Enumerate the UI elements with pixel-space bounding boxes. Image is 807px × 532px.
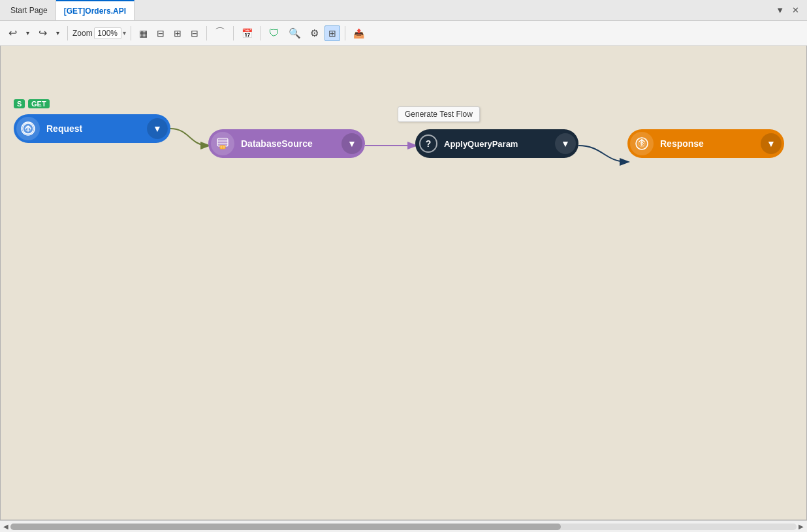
apply-icon: ?: [419, 134, 437, 153]
tab-start-page[interactable]: Start Page: [3, 0, 56, 20]
node-response[interactable]: Response ▼: [627, 129, 784, 158]
separator-1: [67, 26, 68, 40]
redo-button[interactable]: ↪: [35, 25, 50, 41]
generate-icon: ⊞: [328, 28, 336, 39]
tab-controls: ▼ ✕: [773, 4, 804, 16]
calendar-btn[interactable]: 📅: [238, 26, 256, 40]
node-database-source[interactable]: DatabaseSource ▼: [208, 129, 365, 158]
layout-btn-2[interactable]: ⊟: [153, 26, 168, 40]
request-label: Request: [40, 123, 147, 134]
node-request[interactable]: Request ▼: [14, 114, 170, 143]
canvas: S GET Generate Test Flow Request ▼: [0, 46, 807, 520]
settings-btn[interactable]: ⚙: [307, 25, 322, 41]
search-btn[interactable]: 🔍: [285, 25, 304, 41]
curve-icon: ⌒: [215, 26, 225, 40]
undo-button[interactable]: ↩: [5, 25, 20, 41]
separator-2: [131, 26, 131, 40]
redo-dropdown-icon: ▾: [56, 29, 59, 37]
response-chevron[interactable]: ▼: [761, 133, 782, 154]
separator-5: [261, 26, 261, 40]
scroll-left-button[interactable]: ◀: [1, 523, 10, 530]
generate-test-flow-button[interactable]: ⊞: [324, 25, 340, 41]
layout-icon-2: ⊟: [157, 28, 165, 39]
zoom-group: Zoom 100% ▾: [72, 27, 126, 39]
layout-btn-4[interactable]: ⊟: [187, 26, 202, 40]
apply-query-param-label: ApplyQueryParam: [437, 139, 555, 149]
zoom-value: 100%: [94, 27, 121, 39]
badge-s: S: [14, 99, 25, 108]
separator-3: [206, 26, 207, 40]
calendar-icon: 📅: [242, 28, 253, 39]
request-icon: [16, 117, 40, 140]
scrollbar-track[interactable]: [10, 524, 797, 530]
zoom-dropdown-icon[interactable]: ▾: [123, 29, 126, 37]
response-icon: [630, 132, 654, 155]
export-icon: 📤: [353, 28, 364, 39]
minimize-button[interactable]: ▼: [773, 4, 787, 16]
database-icon: [211, 132, 234, 155]
redo-icon: ↪: [39, 27, 47, 39]
redo-dropdown-button[interactable]: ▾: [53, 27, 63, 39]
separator-6: [345, 26, 345, 40]
tab-bar: Start Page [GET]Orders.API ▼ ✕: [0, 0, 807, 21]
close-button[interactable]: ✕: [789, 4, 802, 16]
layout-icon-4: ⊟: [191, 28, 198, 39]
shield-icon: 🛡: [269, 27, 279, 39]
node-apply-query-param[interactable]: ? ApplyQueryParam ▼: [415, 129, 578, 158]
generate-test-flow-tooltip: Generate Test Flow: [398, 106, 480, 122]
settings-icon: ⚙: [310, 27, 319, 39]
scrollbar-thumb: [10, 524, 561, 530]
scrollbar-bottom: ◀ ▶: [0, 520, 807, 532]
apply-query-param-chevron[interactable]: ▼: [555, 133, 576, 154]
database-source-label: DatabaseSource: [234, 138, 341, 149]
svg-rect-2: [217, 138, 228, 146]
undo-dropdown-button[interactable]: ▾: [23, 27, 33, 39]
undo-icon: ↩: [8, 27, 17, 39]
response-label: Response: [654, 138, 761, 149]
undo-dropdown-icon: ▾: [26, 29, 29, 37]
separator-4: [233, 26, 234, 40]
tab-orders-api[interactable]: [GET]Orders.API: [56, 0, 134, 20]
shield-btn[interactable]: 🛡: [266, 25, 283, 41]
curve-btn[interactable]: ⌒: [212, 24, 229, 42]
badge-get: GET: [28, 99, 50, 108]
layout-btn-1[interactable]: ▦: [136, 26, 151, 40]
search-icon: 🔍: [289, 27, 301, 39]
request-chevron[interactable]: ▼: [147, 118, 168, 139]
zoom-label: Zoom: [72, 29, 93, 38]
export-btn[interactable]: 📤: [350, 26, 368, 40]
layout-icon-1: ▦: [139, 28, 148, 39]
layout-icon-3: ⊞: [174, 28, 182, 39]
toolbar: ↩ ▾ ↪ ▾ Zoom 100% ▾ ▦ ⊟ ⊞ ⊟ ⌒ 📅 🛡 🔍: [0, 21, 807, 46]
database-source-chevron[interactable]: ▼: [341, 133, 362, 154]
scroll-right-button[interactable]: ▶: [797, 523, 806, 530]
layout-btn-3[interactable]: ⊞: [170, 26, 185, 40]
